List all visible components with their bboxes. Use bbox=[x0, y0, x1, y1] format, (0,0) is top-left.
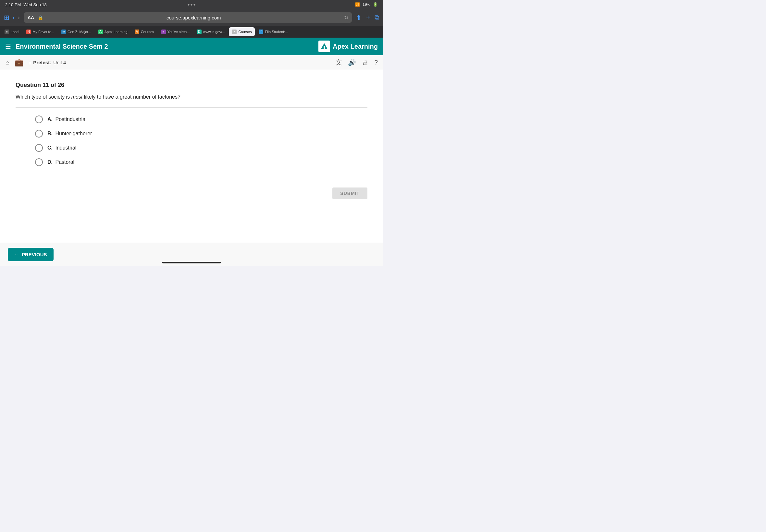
toolbar-right: 文 🔊 🖨 ? bbox=[335, 58, 378, 67]
tab-label-local: Local bbox=[11, 30, 19, 34]
tab-label-courses2: Courses bbox=[238, 30, 251, 34]
tab-favicon-apex: A bbox=[98, 30, 103, 34]
tab-local[interactable]: ≡ Local bbox=[1, 27, 22, 36]
tab-label-filo: Filo Student:... bbox=[265, 30, 288, 34]
tab-favicon-local: ≡ bbox=[5, 30, 9, 34]
tabs-bar: ≡ Local N My Favorite... BI Gen Z: Major… bbox=[0, 26, 383, 38]
tabs-icon[interactable]: ⧉ bbox=[374, 14, 379, 21]
tab-label-genz: Gen Z: Major... bbox=[67, 30, 91, 34]
status-right: 📶 19% 🔋 bbox=[355, 2, 378, 7]
apex-logo-area: Apex Learning bbox=[318, 41, 378, 52]
briefcase-icon[interactable]: 💼 bbox=[15, 58, 23, 67]
tab-gen-z[interactable]: BI Gen Z: Major... bbox=[58, 27, 94, 36]
address-bar[interactable]: AA 🔒 course.apexlearning.com ↻ bbox=[24, 12, 352, 23]
main-content: Question 11 of 26 Which type of society … bbox=[0, 70, 383, 178]
answer-letter-b: B. bbox=[47, 131, 53, 136]
hamburger-icon[interactable]: ☰ bbox=[5, 42, 11, 50]
url-text: course.apexlearning.com bbox=[46, 15, 341, 20]
answer-label-b: B. Hunter-gatherer bbox=[47, 131, 92, 137]
question-divider bbox=[16, 107, 367, 108]
wifi-icon: 📶 bbox=[355, 2, 360, 7]
breadcrumb-up-icon: ↑ bbox=[29, 60, 31, 66]
refresh-icon[interactable]: ↻ bbox=[344, 15, 348, 21]
battery-text: 19% bbox=[362, 2, 370, 7]
answer-letter-c: C. bbox=[47, 145, 53, 151]
apex-logo-icon bbox=[318, 41, 330, 52]
answer-option-a[interactable]: A. Postindustrial bbox=[35, 115, 367, 123]
answer-label-a: A. Postindustrial bbox=[47, 116, 87, 122]
breadcrumb: ↑ Pretest: Unit 4 bbox=[29, 60, 66, 66]
new-tab-icon[interactable]: + bbox=[366, 14, 370, 21]
submit-button[interactable]: SUBMIT bbox=[332, 187, 367, 199]
tab-label-courses: Courses bbox=[141, 30, 154, 34]
question-text: Which type of society is most likely to … bbox=[16, 93, 367, 101]
breadcrumb-value: Unit 4 bbox=[53, 60, 66, 65]
tab-my-favorites[interactable]: N My Favorite... bbox=[23, 27, 57, 36]
bottom-bar: ← PREVIOUS bbox=[0, 243, 383, 266]
prev-button-label: PREVIOUS bbox=[22, 252, 47, 257]
tab-apex-learning[interactable]: A Apex Learning bbox=[95, 27, 131, 36]
browser-bar: ⊞ ‹ › AA 🔒 course.apexlearning.com ↻ ⬆ +… bbox=[0, 9, 383, 26]
answer-label-d: D. Pastoral bbox=[47, 159, 74, 165]
tab-favicon-genz: BI bbox=[61, 30, 66, 34]
content-wrapper: Question 11 of 26 Which type of society … bbox=[0, 70, 383, 243]
tab-youve-alrea[interactable]: ≡ You've alrea... bbox=[158, 27, 193, 36]
status-bar: 2:10 PM Wed Sep 18 📶 19% 🔋 bbox=[0, 0, 383, 9]
tab-courses-active[interactable]: × Courses bbox=[229, 27, 255, 36]
back-button[interactable]: ‹ bbox=[13, 14, 15, 21]
toolbar: ⌂ 💼 ↑ Pretest: Unit 4 文 🔊 🖨 ? bbox=[0, 55, 383, 70]
answer-label-c: C. Industrial bbox=[47, 145, 76, 151]
home-icon[interactable]: ⌂ bbox=[5, 58, 9, 67]
translate-icon[interactable]: 文 bbox=[335, 58, 342, 67]
home-indicator bbox=[162, 262, 221, 263]
app-title: Environmental Science Sem 2 bbox=[16, 43, 108, 50]
sidebar-icon[interactable]: ⊞ bbox=[4, 14, 9, 21]
answer-options: A. Postindustrial B. Hunter-gatherer C. … bbox=[16, 115, 367, 166]
tab-favicon-filo: f bbox=[259, 30, 263, 34]
breadcrumb-label: Pretest: bbox=[33, 60, 51, 65]
question-text-before: Which type of society is bbox=[16, 94, 71, 100]
battery-icon: 🔋 bbox=[373, 2, 378, 7]
app-header: ☰ Environmental Science Sem 2 Apex Learn… bbox=[0, 38, 383, 55]
aa-label[interactable]: AA bbox=[28, 15, 34, 20]
lock-icon: 🔒 bbox=[38, 15, 43, 20]
answer-text-a: Postindustrial bbox=[55, 116, 86, 122]
prev-arrow-icon: ← bbox=[14, 252, 19, 257]
tab-label-apex: Apex Learning bbox=[104, 30, 128, 34]
svg-rect-1 bbox=[323, 46, 325, 49]
tab-label-youve: You've alrea... bbox=[167, 30, 190, 34]
radio-c[interactable] bbox=[35, 144, 43, 152]
radio-b[interactable] bbox=[35, 130, 43, 138]
answer-text-c: Industrial bbox=[55, 145, 76, 151]
answer-text-b: Hunter-gatherer bbox=[55, 131, 92, 136]
tab-www-in-gov[interactable]: D www.in.gov/... bbox=[194, 27, 228, 36]
apex-logo-text: Apex Learning bbox=[333, 43, 378, 50]
answer-option-c[interactable]: C. Industrial bbox=[35, 144, 367, 152]
tab-favicon-ingov: D bbox=[197, 30, 201, 34]
speaker-icon[interactable]: 🔊 bbox=[348, 59, 356, 67]
radio-d[interactable] bbox=[35, 158, 43, 166]
answer-option-d[interactable]: D. Pastoral bbox=[35, 158, 367, 166]
tab-favicon-courses2: × bbox=[232, 30, 237, 34]
browser-actions: ⬆ + ⧉ bbox=[356, 14, 379, 21]
print-icon[interactable]: 🖨 bbox=[362, 59, 368, 66]
share-icon[interactable]: ⬆ bbox=[356, 14, 361, 21]
answer-letter-d: D. bbox=[47, 159, 53, 165]
answer-letter-a: A. bbox=[47, 116, 53, 122]
previous-button[interactable]: ← PREVIOUS bbox=[8, 248, 54, 261]
forward-button[interactable]: › bbox=[18, 14, 20, 21]
tab-favicon-youve: ≡ bbox=[161, 30, 166, 34]
answer-option-b[interactable]: B. Hunter-gatherer bbox=[35, 130, 367, 138]
radio-a[interactable] bbox=[35, 115, 43, 123]
status-date: Wed Sep 18 bbox=[23, 2, 46, 7]
tab-filo[interactable]: f Filo Student:... bbox=[255, 27, 291, 36]
tab-favicon-favorites: N bbox=[26, 30, 31, 34]
question-text-italic: most bbox=[71, 94, 83, 100]
tab-favicon-courses: A bbox=[135, 30, 139, 34]
submit-area: SUBMIT bbox=[0, 178, 383, 199]
answer-text-d: Pastoral bbox=[55, 159, 74, 165]
tab-label-favorites: My Favorite... bbox=[32, 30, 54, 34]
tab-courses[interactable]: A Courses bbox=[131, 27, 157, 36]
help-icon[interactable]: ? bbox=[374, 59, 378, 66]
question-number: Question 11 of 26 bbox=[16, 82, 367, 89]
